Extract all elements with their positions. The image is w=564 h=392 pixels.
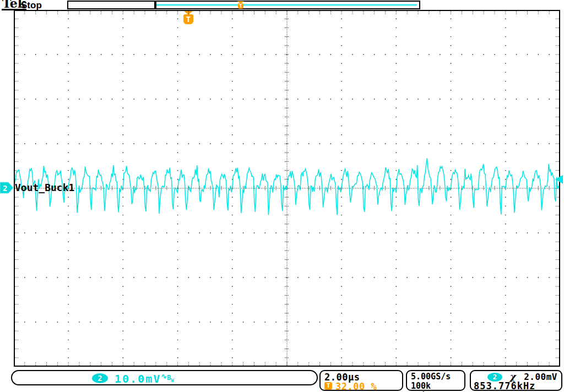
trigger-readout-box[interactable]: 2 χ 2.00mV 853.776kHz: [470, 370, 562, 391]
acquisition-readout-box[interactable]: 5.00GS/s 100k points: [406, 370, 465, 391]
oscilloscope-screen: Tek Stop T T 2 Vout_Buck1 2 10.0mV∿BW 2.…: [0, 0, 564, 392]
channel2-badge: 2: [92, 373, 108, 383]
trigger-position-percent: 32.00 %: [335, 381, 377, 392]
sample-rate: 5.00GS/s: [411, 372, 451, 382]
trigger-t-icon: T: [324, 382, 332, 390]
acquisition-state: Stop: [21, 0, 42, 11]
ac-coupling-icon: ∿: [161, 372, 167, 380]
record-trigger-marker-icon[interactable]: T: [237, 1, 244, 9]
channel2-scale: 10.0mV∿BW: [115, 372, 174, 385]
bandwidth-limit-sub-icon: W: [171, 378, 173, 383]
record-waveform-preview: [156, 4, 419, 6]
channel2-label: Vout_Buck1: [15, 182, 74, 193]
record-length: 100k points: [411, 381, 464, 392]
channel2-reference-marker-icon[interactable]: 2: [0, 182, 15, 194]
waveform-trace-ch2: [14, 158, 559, 215]
channel2-scale-value: 10.0mV: [115, 372, 161, 385]
svg-text:2: 2: [3, 184, 7, 193]
horizontal-readout-box[interactable]: 2.00µs T 32.00 %: [319, 370, 403, 391]
trigger-t-icon: T: [238, 3, 243, 9]
channel2-readout-bar[interactable]: 2 10.0mV∿BW: [11, 370, 318, 385]
status-box: [67, 1, 155, 9]
trigger-frequency: 853.776kHz: [474, 380, 535, 391]
graticule: [14, 10, 560, 367]
record-view-bar: T: [155, 1, 420, 9]
